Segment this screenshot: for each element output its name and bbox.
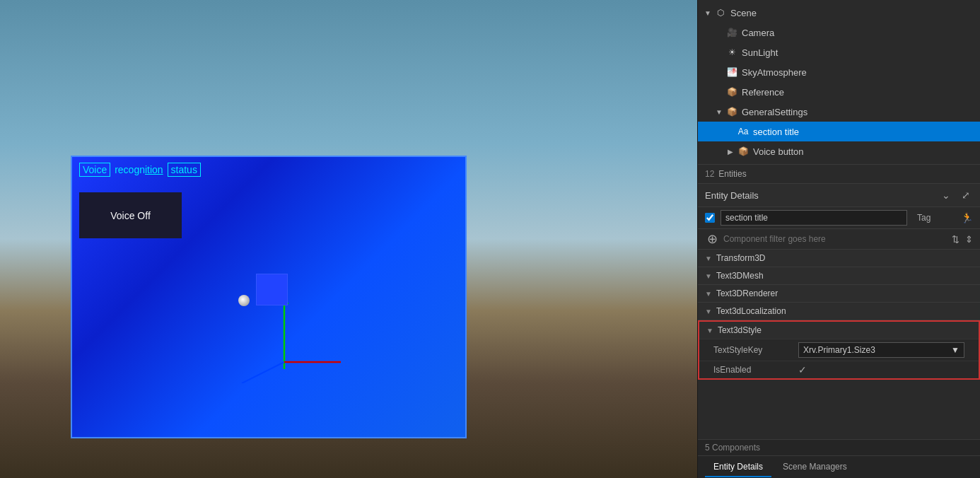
sun-icon: ☀ [726, 47, 737, 58]
component-text3dmesh: ▼ Text3DMesh [698, 267, 980, 285]
component-text3dlocalization: ▼ Text3dLocalization [698, 303, 980, 320]
component-text3dmesh-header[interactable]: ▼ Text3DMesh [698, 267, 980, 284]
component-text3dmesh-arrow: ▼ [705, 272, 712, 280]
component-text3drenderer-header[interactable]: ▼ Text3DRenderer [698, 285, 980, 302]
settings-icon: 📦 [726, 106, 737, 117]
tree-label-sky: SkyAtmosphere [742, 67, 807, 78]
tree-item-reference[interactable]: 📦 Reference [698, 82, 980, 102]
entities-label: Entities [718, 169, 746, 179]
voice-word-voice: Voice [79, 163, 110, 177]
tab-entity-details[interactable]: Entity Details [705, 457, 771, 477]
tree-label-reference: Reference [742, 87, 784, 98]
voice-word-ition: ition [145, 164, 163, 175]
tree-item-generalsettings[interactable]: 📦 GeneralSettings [698, 102, 980, 122]
entity-name-row: Tag 🏃 [698, 207, 980, 229]
bottom-tabs: Entity Details Scene Managers [698, 455, 980, 478]
component-prop-textstylekey: TextStyleKey Xrv.Primary1.Size3 ▼ [699, 339, 979, 361]
component-text3dmesh-label: Text3DMesh [716, 271, 764, 281]
voice-word-status: status [168, 163, 201, 177]
component-text3dlocalization-arrow: ▼ [705, 308, 712, 315]
sky-icon: 🌁 [726, 66, 737, 78]
tree-label-section-title: section title [753, 127, 799, 137]
textstylekey-dropdown[interactable]: Xrv.Primary1.Size3 ▼ [798, 342, 964, 358]
component-filter-row: ⊕ ⇅ ⇕ [698, 229, 980, 250]
add-component-button[interactable]: ⊕ [705, 232, 719, 246]
components-count-area: 5 Components [698, 439, 980, 455]
reference-icon: 📦 [726, 86, 737, 98]
isenabled-value: ✓ [798, 364, 964, 375]
tree-label-camera: Camera [742, 28, 774, 38]
tree-arrow-voice-button [726, 147, 735, 156]
component-icon: 📦 [737, 146, 749, 157]
entity-details-title: Entity Details [705, 190, 759, 201]
entity-details-panel: Entity Details ⌄ ⤢ Tag 🏃 ⊕ ⇅ ⇕ [698, 183, 980, 478]
viewport-canvas: Voice recognition status Voice Off [71, 156, 467, 438]
3d-cube [256, 274, 288, 305]
gizmo-origin [238, 295, 250, 306]
component-prop-isenabled: IsEnabled ✓ [699, 361, 979, 378]
filter-collapse-icon[interactable]: ⇕ [965, 234, 973, 245]
scene-icon: ⬡ [715, 7, 726, 18]
tree-item-camera[interactable]: 🎥 Camera [698, 23, 980, 42]
voice-off-button[interactable]: Voice Off [79, 192, 182, 238]
tree-label-generalsettings: GeneralSettings [742, 107, 807, 117]
entity-details-header: Entity Details ⌄ ⤢ [698, 184, 980, 207]
tree-label-voice-button: Voice button [753, 146, 804, 157]
tree-item-section-title[interactable]: Aa section title [698, 122, 980, 141]
component-transform3d-label: Transform3D [716, 253, 766, 263]
tree-item-scene[interactable]: ⬡ Scene [698, 3, 980, 23]
component-text3dlocalization-label: Text3dLocalization [716, 306, 786, 316]
component-text3drenderer: ▼ Text3DRenderer [698, 285, 980, 303]
entity-name-input[interactable] [721, 210, 907, 226]
dropdown-chevron-icon: ▼ [951, 345, 959, 355]
entities-count: 12 [705, 169, 714, 179]
chevron-down-icon[interactable]: ⌄ [939, 188, 953, 202]
tab-scene-managers[interactable]: Scene Managers [774, 457, 856, 477]
isenabled-label: IsEnabled [713, 365, 798, 375]
textstylekey-label: TextStyleKey [713, 345, 798, 355]
entity-action-icon[interactable]: 🏃 [961, 212, 973, 223]
component-text3dstyle-header[interactable]: ▼ Text3dStyle [699, 322, 979, 339]
filter-sort-icon[interactable]: ⇅ [952, 234, 959, 245]
tree-label-sunlight: SunLight [742, 47, 778, 58]
tree-label-scene: Scene [730, 8, 757, 18]
isenabled-checkmark[interactable]: ✓ [798, 364, 807, 375]
textstylekey-value: Xrv.Primary1.Size3 ▼ [798, 342, 964, 358]
tree-item-sunlight[interactable]: ☀ SunLight [698, 42, 980, 62]
components-count-label: 5 Components [705, 443, 760, 453]
component-transform3d: ▼ Transform3D [698, 250, 980, 267]
3d-viewport[interactable]: Voice recognition status Voice Off [0, 0, 697, 478]
tree-item-skyatmosphere[interactable]: 🌁 SkyAtmosphere [698, 62, 980, 82]
popout-icon[interactable]: ⤢ [959, 188, 973, 202]
components-list: ▼ Transform3D ▼ Text3DMesh ▼ Text3DRende… [698, 250, 980, 439]
component-text3drenderer-arrow: ▼ [705, 290, 712, 298]
svg-line-4 [242, 362, 284, 383]
voice-word-recognition: recogn [115, 164, 145, 175]
filter-icons: ⇅ ⇕ [952, 234, 973, 245]
entity-tag-label: Tag [913, 211, 955, 225]
component-text3dstyle-label: Text3dStyle [718, 325, 762, 335]
tree-arrow-generalsettings [715, 107, 723, 116]
component-text3drenderer-label: Text3DRenderer [716, 288, 778, 298]
entities-header: 12 Entities [698, 164, 980, 183]
text-icon: Aa [737, 126, 749, 137]
tree-item-voice-button[interactable]: 📦 Voice button [698, 141, 980, 161]
scene-tree: ⬡ Scene 🎥 Camera ☀ SunLight 🌁 SkyAtmosph… [698, 0, 980, 164]
textstylekey-dropdown-value: Xrv.Primary1.Size3 [803, 345, 875, 355]
component-text3dstyle: ▼ Text3dStyle TextStyleKey Xrv.Primary1.… [698, 320, 980, 380]
component-text3dlocalization-header[interactable]: ▼ Text3dLocalization [698, 303, 980, 320]
tree-arrow-scene [704, 8, 712, 17]
component-transform3d-header[interactable]: ▼ Transform3D [698, 250, 980, 267]
right-panel: ⬡ Scene 🎥 Camera ☀ SunLight 🌁 SkyAtmosph… [697, 0, 980, 478]
component-text3dstyle-arrow: ▼ [706, 327, 713, 334]
component-transform3d-arrow: ▼ [705, 255, 712, 262]
entity-enabled-checkbox[interactable] [705, 213, 715, 223]
component-filter-input[interactable] [723, 234, 947, 244]
camera-icon: 🎥 [726, 27, 737, 38]
entity-details-actions: ⌄ ⤢ [939, 188, 973, 202]
